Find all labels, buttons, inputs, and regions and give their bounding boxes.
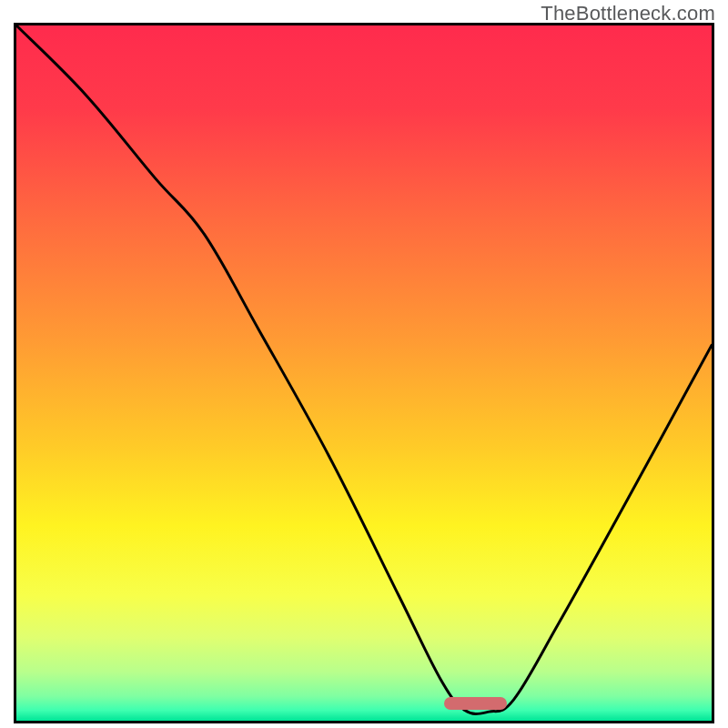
highlight-marker [444, 697, 507, 710]
chart-frame [14, 23, 714, 723]
bottleneck-curve [16, 25, 712, 721]
